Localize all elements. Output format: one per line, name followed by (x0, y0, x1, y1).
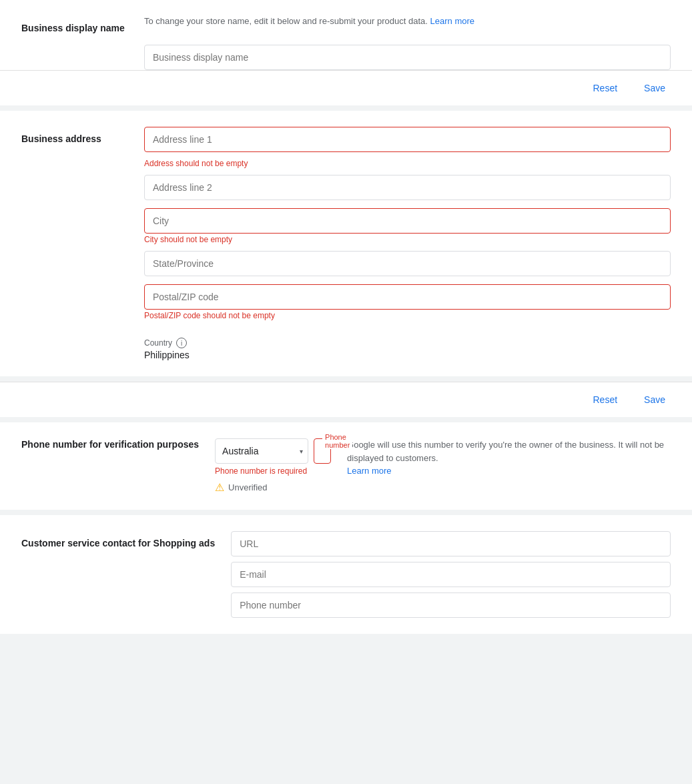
customer-service-email-input[interactable] (231, 562, 671, 587)
state-province-input[interactable] (144, 251, 671, 276)
business-address-row: Business address Address should not be e… (21, 127, 671, 360)
phone-error: Phone number is required (215, 466, 331, 476)
business-address-fields: Address should not be empty City should … (144, 127, 671, 360)
customer-service-label: Customer service contact for Shopping ad… (21, 531, 215, 548)
business-address-footer: Reset Save (0, 382, 692, 417)
business-display-name-section: Business display name To change your sto… (0, 0, 692, 70)
city-input[interactable] (144, 208, 671, 234)
unverified-label: Unverified (228, 482, 268, 492)
customer-service-url-input[interactable] (231, 531, 671, 556)
address-line1-input[interactable] (144, 127, 671, 152)
country-label: Country i (144, 338, 671, 348)
phone-info-col: Google will use this number to verify yo… (347, 438, 671, 478)
city-error: City should not be empty (144, 235, 671, 244)
business-display-name-label: Business display name (21, 16, 128, 33)
phone-row: Australia Philippines United States Unit… (215, 438, 331, 464)
customer-service-fields (231, 531, 671, 618)
warning-icon: ⚠ (215, 481, 224, 494)
phone-field-wrapper: Phone number (314, 438, 331, 464)
country-phone-select[interactable]: Australia Philippines United States Unit… (215, 438, 308, 464)
customer-service-phone-input[interactable] (231, 593, 671, 618)
country-info-icon[interactable]: i (176, 338, 187, 348)
business-display-save-button[interactable]: Save (639, 79, 671, 97)
phone-learn-more-link[interactable]: Learn more (347, 466, 391, 476)
country-value: Philippines (144, 350, 671, 360)
business-address-section: Business address Address should not be e… (0, 111, 692, 376)
postal-error: Postal/ZIP code should not be empty (144, 311, 671, 320)
unverified-badge: ⚠ Unverified (215, 481, 331, 494)
customer-service-section: Customer service contact for Shopping ad… (0, 515, 692, 634)
business-display-learn-more-link[interactable]: Learn more (430, 16, 474, 26)
phone-info-text: Google will use this number to verify yo… (347, 440, 664, 463)
phone-verification-section: Phone number for verification purposes A… (0, 422, 692, 510)
business-display-name-info: To change your store name, edit it below… (144, 16, 671, 70)
business-display-reset-button[interactable]: Reset (588, 79, 623, 97)
phone-field-label: Phone number (322, 433, 352, 449)
business-display-name-input[interactable] (144, 45, 671, 70)
business-address-reset-button[interactable]: Reset (588, 390, 623, 409)
phone-verification-row: Phone number for verification purposes A… (21, 438, 671, 494)
phone-verification-label: Phone number for verification purposes (21, 438, 199, 452)
business-address-label: Business address (21, 127, 128, 144)
address-line2-input[interactable] (144, 175, 671, 200)
business-display-info-text: To change your store name, edit it below… (144, 16, 671, 26)
business-display-name-row: Business display name To change your sto… (21, 16, 671, 70)
phone-input-area: Australia Philippines United States Unit… (215, 438, 331, 494)
address-line1-error: Address should not be empty (144, 159, 671, 168)
phone-verification-label-col: Phone number for verification purposes (21, 438, 199, 452)
customer-service-row: Customer service contact for Shopping ad… (21, 531, 671, 618)
business-address-save-button[interactable]: Save (639, 390, 671, 409)
country-select-wrapper: Australia Philippines United States Unit… (215, 438, 308, 464)
postal-code-input[interactable] (144, 284, 671, 310)
business-display-name-footer: Reset Save (0, 70, 692, 105)
